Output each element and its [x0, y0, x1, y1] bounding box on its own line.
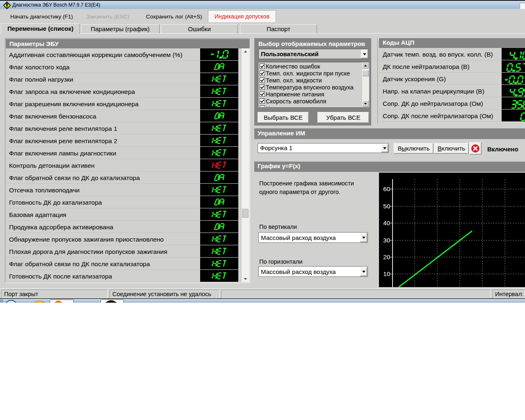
- svg-text:50: 50: [383, 203, 390, 210]
- svg-text:20: 20: [383, 253, 390, 260]
- svg-text:40: 40: [383, 219, 390, 226]
- svg-text:30: 30: [383, 237, 390, 244]
- svg-text:60: 60: [383, 185, 390, 192]
- svg-text:10: 10: [383, 270, 390, 277]
